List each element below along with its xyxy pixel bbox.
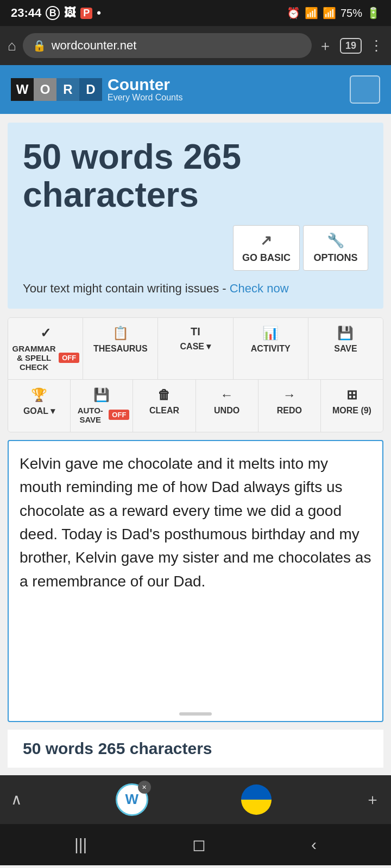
grammar-off-badge: OFF xyxy=(59,353,79,363)
undo-button[interactable]: ← UNDO xyxy=(196,380,258,432)
ukraine-tab-icon[interactable] xyxy=(241,784,272,815)
add-tab-button[interactable]: ＋ xyxy=(365,789,380,810)
alarm-icon: ⏰ xyxy=(287,7,300,20)
auto-save-label: AUTO-SAVE OFF xyxy=(74,406,129,424)
battery-icon: 🔋 xyxy=(367,7,380,20)
clear-button[interactable]: 🗑 CLEAR xyxy=(133,380,195,432)
case-icon: TI xyxy=(191,326,200,338)
clear-icon: 🗑 xyxy=(157,387,171,403)
more-button[interactable]: ⊞ MORE (9) xyxy=(321,380,383,432)
options-button[interactable]: 🔧 OPTIONS xyxy=(303,225,368,271)
more-options-button[interactable]: ⋮ xyxy=(369,37,383,54)
options-label: OPTIONS xyxy=(313,252,357,264)
goal-label: GOAL ▾ xyxy=(23,406,55,416)
browser-bar: ⌂ 🔒 wordcounter.net ＋ 19 ⋮ xyxy=(0,26,391,65)
undo-icon: ← xyxy=(220,387,234,403)
thesaurus-button[interactable]: 📋 THESAURUS xyxy=(83,318,158,379)
new-tab-button[interactable]: ＋ xyxy=(318,36,332,55)
logo-tagline: Every Word Counts xyxy=(108,93,182,103)
redo-label: REDO xyxy=(277,406,302,416)
goal-icon: 🏆 xyxy=(31,387,47,403)
ukraine-blue xyxy=(241,784,272,800)
grammar-label: GRAMMAR & SPELL CHECK OFF xyxy=(11,344,79,372)
nav-back-button[interactable]: ‹ xyxy=(311,835,317,854)
redo-button[interactable]: → REDO xyxy=(258,380,321,432)
nav-recent-apps-button[interactable]: ||| xyxy=(74,835,87,854)
wordcounter-tab-icon: W xyxy=(125,791,138,808)
redo-icon: → xyxy=(283,387,296,403)
home-button[interactable]: ⌂ xyxy=(8,37,16,54)
logo-letter-o: O xyxy=(34,78,56,101)
logo-letter-w: W xyxy=(11,78,34,101)
signal2-icon: 📶 xyxy=(323,7,336,20)
save-label: SAVE xyxy=(334,344,357,354)
grammar-spell-check-button[interactable]: ✓ GRAMMAR & SPELL CHECK OFF xyxy=(8,318,83,379)
goal-button[interactable]: 🏆 GOAL ▾ xyxy=(8,380,71,432)
bottom-count: 50 words 265 characters xyxy=(8,730,383,768)
lock-icon: 🔒 xyxy=(33,39,46,52)
text-editor[interactable]: Kelvin gave me chocolate and it melts in… xyxy=(8,440,383,722)
nav-home-button[interactable]: ◻ xyxy=(192,835,206,854)
status-bar: 23:44 B 🖼 P • ⏰ 📶 📶 75% 🔋 xyxy=(0,0,391,26)
thesaurus-label: THESAURUS xyxy=(93,344,148,354)
close-tab-button[interactable]: × xyxy=(138,781,151,794)
stats-actions: ↗ GO BASIC 🔧 OPTIONS xyxy=(23,225,368,271)
more-icon: ⊞ xyxy=(346,387,357,403)
save-icon: 💾 xyxy=(337,326,354,341)
toolbar: ✓ GRAMMAR & SPELL CHECK OFF 📋 THESAURUS … xyxy=(8,317,383,432)
ukraine-yellow xyxy=(241,800,272,815)
logo: W O R D Counter Every Word Counts xyxy=(11,76,182,103)
clear-label: CLEAR xyxy=(149,406,179,416)
writing-issues-text: Your text might contain writing issues - xyxy=(23,282,230,295)
more-label: MORE (9) xyxy=(332,406,371,416)
check-now-link[interactable]: Check now xyxy=(230,282,289,295)
auto-save-button[interactable]: 💾 AUTO-SAVE OFF xyxy=(71,380,133,432)
signal-icon: 📶 xyxy=(305,7,318,20)
active-tab-icon[interactable]: × W xyxy=(116,783,148,816)
grammar-icon: ✓ xyxy=(40,326,51,341)
bottom-browser-bar: ∧ × W ＋ xyxy=(0,775,391,824)
go-basic-button[interactable]: ↗ GO BASIC xyxy=(233,225,300,271)
go-basic-label: GO BASIC xyxy=(242,252,291,264)
scroll-up-button[interactable]: ∧ xyxy=(11,790,22,808)
url-text: wordcounter.net xyxy=(52,39,137,53)
activity-button[interactable]: 📊 ACTIVITY xyxy=(234,318,308,379)
bottom-nav: ||| ◻ ‹ xyxy=(0,824,391,865)
thesaurus-icon: 📋 xyxy=(112,326,129,341)
logo-letter-d: D xyxy=(79,78,102,101)
options-icon: 🔧 xyxy=(327,232,344,249)
status-time: 23:44 xyxy=(11,6,41,20)
go-basic-icon: ↗ xyxy=(260,232,272,249)
text-content[interactable]: Kelvin gave me chocolate and it melts in… xyxy=(20,452,371,593)
undo-label: UNDO xyxy=(214,406,239,416)
auto-save-off-badge: OFF xyxy=(109,410,129,420)
toolbar-row-1: ✓ GRAMMAR & SPELL CHECK OFF 📋 THESAURUS … xyxy=(8,318,383,380)
save-button[interactable]: 💾 SAVE xyxy=(308,318,383,379)
url-bar[interactable]: 🔒 wordcounter.net xyxy=(23,33,312,58)
hamburger-menu-button[interactable] xyxy=(350,75,380,104)
logo-letter-r: R xyxy=(56,78,79,101)
logo-letters: W O R D xyxy=(11,78,102,101)
activity-label: ACTIVITY xyxy=(251,344,291,354)
logo-counter: Counter xyxy=(108,76,182,93)
site-header: W O R D Counter Every Word Counts xyxy=(0,65,391,114)
status-icon-p: P xyxy=(80,8,92,19)
stats-section: 50 words 265characters ↗ GO BASIC 🔧 OPTI… xyxy=(8,123,383,309)
auto-save-icon: 💾 xyxy=(93,387,110,403)
scroll-handle xyxy=(179,712,212,716)
word-count-display: 50 words 265characters xyxy=(23,137,241,214)
stats-count: 50 words 265characters xyxy=(23,138,368,214)
case-button[interactable]: TI CASE ▾ xyxy=(158,318,233,379)
status-dot: • xyxy=(97,6,101,20)
case-label: CASE ▾ xyxy=(180,341,211,352)
status-icon-image: 🖼 xyxy=(64,6,76,20)
writing-issues: Your text might contain writing issues -… xyxy=(23,282,368,296)
toolbar-row-2: 🏆 GOAL ▾ 💾 AUTO-SAVE OFF 🗑 CLEAR ← UNDO … xyxy=(8,380,383,432)
battery-text: 75% xyxy=(340,7,362,20)
logo-text: Counter Every Word Counts xyxy=(108,76,182,103)
tab-count-button[interactable]: 19 xyxy=(340,38,362,54)
status-icon-b: B xyxy=(46,6,60,20)
activity-icon: 📊 xyxy=(262,326,279,341)
